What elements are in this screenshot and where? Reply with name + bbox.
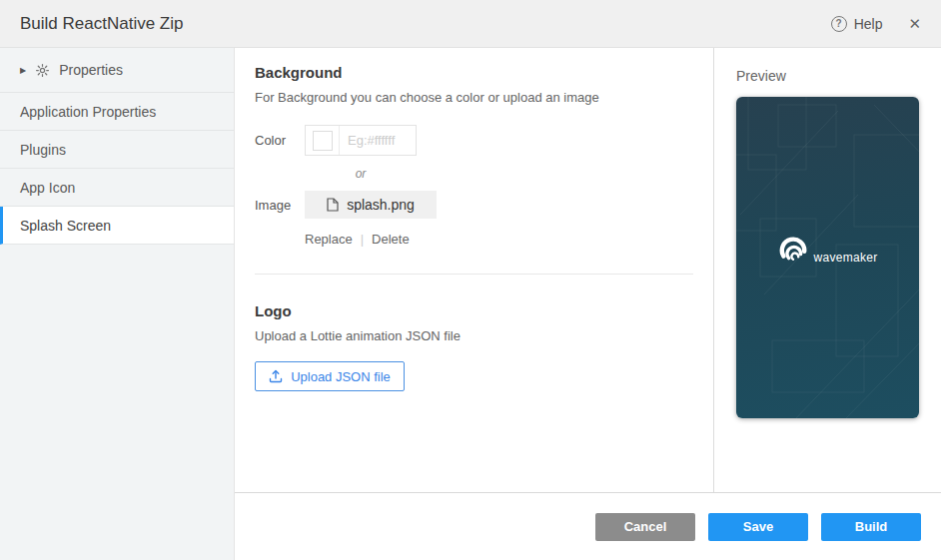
sidebar-item-splash-screen[interactable]: Splash Screen xyxy=(0,207,234,245)
preview-title: Preview xyxy=(736,68,941,84)
color-field-row: Color xyxy=(255,125,693,156)
sidebar-item-label: Application Properties xyxy=(20,104,156,120)
dialog-footer: Cancel Save Build xyxy=(235,492,941,560)
main-content: Background For Background you can choose… xyxy=(235,48,713,492)
sidebar: ▶ Properties Application Properties Plug… xyxy=(0,48,235,560)
image-actions-row: Replace | Delete xyxy=(305,232,693,247)
save-button[interactable]: Save xyxy=(708,513,808,541)
upper-region: Background For Background you can choose… xyxy=(235,48,941,492)
background-section-title: Background xyxy=(255,64,693,81)
background-section: Background For Background you can choose… xyxy=(255,64,693,275)
header-actions: ? Help ✕ xyxy=(831,15,921,33)
preview-panel: Preview xyxy=(713,48,941,492)
sidebar-item-plugins[interactable]: Plugins xyxy=(0,131,234,169)
delete-link[interactable]: Delete xyxy=(372,232,410,247)
color-hex-input[interactable] xyxy=(340,133,410,148)
image-file-chip[interactable]: splash.png xyxy=(305,191,437,219)
or-separator-text: or xyxy=(305,167,417,181)
wavemaker-logo-icon xyxy=(777,235,809,267)
logo-section: Logo Upload a Lottie animation JSON file… xyxy=(255,302,693,391)
image-field-row: Image splash.png xyxy=(255,191,693,219)
help-label: Help xyxy=(854,16,883,32)
sidebar-item-label: Splash Screen xyxy=(20,218,111,234)
image-filename: splash.png xyxy=(347,197,415,213)
sidebar-item-app-icon[interactable]: App Icon xyxy=(0,169,234,207)
logo-section-description: Upload a Lottie animation JSON file xyxy=(255,328,693,343)
build-button[interactable]: Build xyxy=(821,513,921,541)
dialog-header: Build ReactNative Zip ? Help ✕ xyxy=(0,0,941,48)
help-icon: ? xyxy=(831,16,847,32)
sidebar-item-label: Properties xyxy=(59,62,123,78)
file-icon xyxy=(327,198,339,212)
help-button[interactable]: ? Help xyxy=(831,16,883,32)
replace-link[interactable]: Replace xyxy=(305,232,353,247)
dialog-title: Build ReactNative Zip xyxy=(20,14,831,34)
logo-section-title: Logo xyxy=(255,302,693,319)
upload-json-button[interactable]: Upload JSON file xyxy=(255,361,405,391)
link-separator: | xyxy=(361,232,364,247)
gear-icon xyxy=(35,63,50,78)
upload-button-label: Upload JSON file xyxy=(291,369,391,384)
expand-arrow-icon[interactable]: ▶ xyxy=(20,66,26,75)
close-icon[interactable]: ✕ xyxy=(908,15,921,33)
cancel-button[interactable]: Cancel xyxy=(595,513,695,541)
sidebar-item-label: Plugins xyxy=(20,142,66,158)
splash-preview-image: wavemaker xyxy=(736,97,919,418)
upload-icon xyxy=(269,369,283,383)
background-section-description: For Background you can choose a color or… xyxy=(255,90,693,105)
section-divider xyxy=(255,274,693,275)
color-swatch[interactable] xyxy=(313,131,333,151)
sidebar-item-label: App Icon xyxy=(20,180,75,196)
color-swatch-cell xyxy=(306,126,340,155)
color-label: Color xyxy=(255,133,305,148)
build-reactnative-dialog: Build ReactNative Zip ? Help ✕ ▶ Propert… xyxy=(0,0,941,560)
wavemaker-brand: wavemaker xyxy=(777,235,877,267)
color-input-group xyxy=(305,125,417,156)
sidebar-item-properties[interactable]: ▶ Properties xyxy=(0,48,234,93)
dialog-body: ▶ Properties Application Properties Plug… xyxy=(0,48,941,560)
right-column: Background For Background you can choose… xyxy=(235,48,941,560)
image-label: Image xyxy=(255,198,305,213)
sidebar-item-application-properties[interactable]: Application Properties xyxy=(0,93,234,131)
wavemaker-brand-text: wavemaker xyxy=(813,252,877,267)
